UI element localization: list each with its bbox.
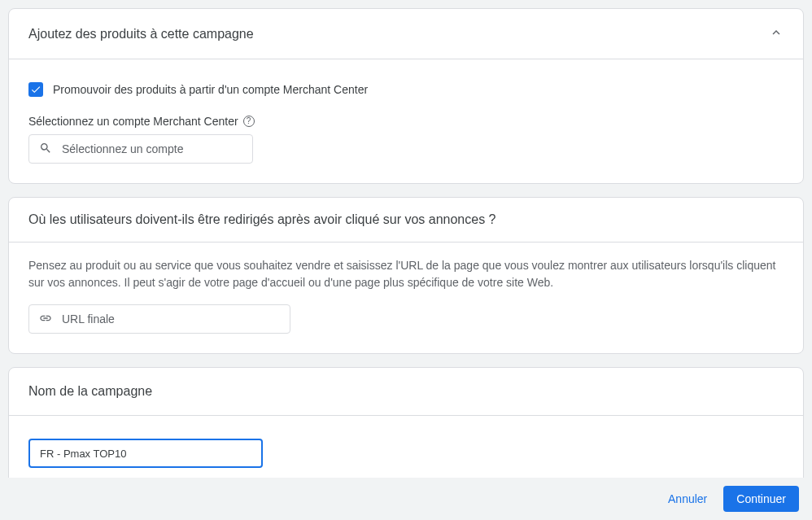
promote-checkbox-label: Promouvoir des produits à partir d'un co… (53, 83, 368, 96)
chevron-up-icon (769, 25, 784, 42)
help-icon[interactable]: ? (243, 116, 255, 127)
campaign-name-field[interactable] (28, 439, 263, 468)
redirect-section: Où les utilisateurs doivent-ils être red… (8, 197, 804, 354)
promote-checkbox-row[interactable]: Promouvoir des produits à partir d'un co… (28, 72, 784, 103)
campaign-name-header: Nom de la campagne (9, 368, 803, 415)
redirect-section-title: Où les utilisateurs doivent-ils être red… (28, 212, 496, 227)
products-section: Ajoutez des produits à cette campagne Pr… (8, 8, 804, 184)
redirect-section-body: Pensez au produit ou au service que vous… (9, 243, 803, 353)
merchant-select-label-row: Sélectionnez un compte Merchant Center ? (28, 115, 784, 128)
products-section-header[interactable]: Ajoutez des produits à cette campagne (9, 9, 803, 59)
continue-button[interactable]: Continuer (723, 486, 799, 512)
final-url-field[interactable] (28, 304, 290, 334)
merchant-account-input[interactable] (60, 142, 242, 156)
merchant-account-field[interactable] (28, 134, 253, 164)
final-url-input[interactable] (60, 312, 280, 326)
products-section-body: Promouvoir des produits à partir d'un co… (9, 59, 803, 183)
products-section-title: Ajoutez des produits à cette campagne (28, 27, 254, 42)
link-icon (39, 312, 52, 327)
cancel-button[interactable]: Annuler (658, 486, 717, 512)
redirect-description: Pensez au produit ou au service que vous… (28, 257, 784, 291)
search-icon (39, 142, 52, 157)
campaign-name-input[interactable] (38, 447, 253, 461)
footer-actions: Annuler Continuer (0, 478, 812, 520)
merchant-select-label: Sélectionnez un compte Merchant Center (28, 115, 238, 128)
campaign-name-title: Nom de la campagne (28, 384, 152, 399)
checkbox-checked-icon[interactable] (28, 82, 43, 97)
redirect-section-header: Où les utilisateurs doivent-ils être red… (9, 198, 803, 242)
